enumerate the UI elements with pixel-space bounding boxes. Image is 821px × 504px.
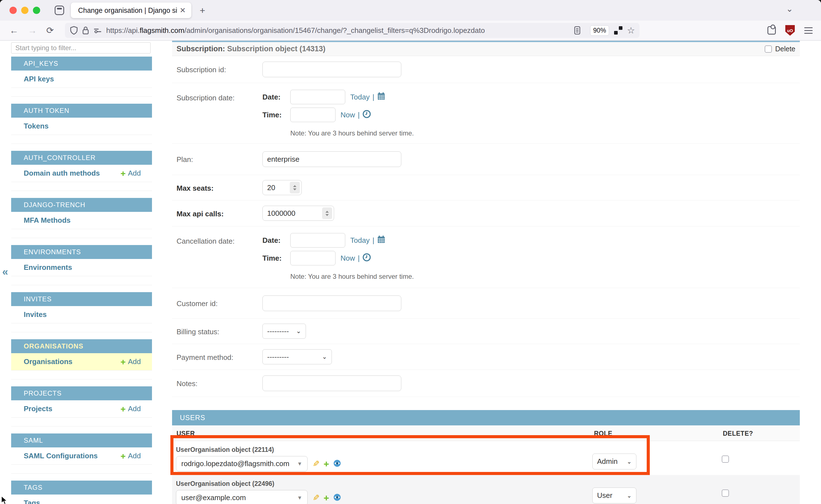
ublock-origin-icon[interactable]: uO xyxy=(785,25,795,36)
chevron-down-icon: ⌄ xyxy=(627,458,632,465)
tracking-protection-shield-icon[interactable] xyxy=(70,26,78,35)
field-row-max-seats: Max seats: 20 xyxy=(172,175,800,200)
calendar-icon[interactable] xyxy=(377,235,385,246)
delete-checkbox[interactable] xyxy=(765,45,772,53)
sidebar-item-organisations[interactable]: Organisations +Add xyxy=(11,353,152,370)
number-spinner-icon[interactable] xyxy=(322,207,332,219)
subscription-time-input[interactable] xyxy=(290,108,335,122)
picture-in-picture-icon[interactable] xyxy=(614,26,623,35)
field-row-subscription-date: Subscription date: Date: Today| Time: No… xyxy=(172,83,800,144)
sidebar-item-tokens[interactable]: Tokens xyxy=(11,118,152,135)
sidebar-item-domain-auth-methods[interactable]: Domain auth methods +Add xyxy=(11,165,152,182)
reader-mode-icon[interactable] xyxy=(574,26,581,35)
now-link[interactable]: Now xyxy=(340,111,355,119)
permissions-icon[interactable] xyxy=(93,27,102,34)
max-seats-stepper[interactable]: 20 xyxy=(262,180,302,195)
menu-hamburger-icon[interactable] xyxy=(804,27,813,34)
sidebar-caption: API_KEYS xyxy=(11,57,152,71)
subscription-id-input[interactable] xyxy=(262,62,401,77)
browser-toolbar: ← → ⟳ https://api.flagsmith.com/admin/or… xyxy=(0,21,821,41)
reload-button[interactable]: ⟳ xyxy=(46,25,54,36)
notes-input[interactable] xyxy=(262,375,401,391)
sidebar-module-organisations: ORGANISATIONS Organisations +Add xyxy=(11,339,152,379)
plan-input[interactable] xyxy=(262,151,401,167)
chevron-down-icon: ⌄ xyxy=(289,328,301,335)
role-select[interactable]: Admin ⌄ xyxy=(592,454,636,469)
sidebar-item-mfa-methods[interactable]: MFA Methods xyxy=(11,212,152,229)
number-spinner-icon[interactable] xyxy=(290,182,300,193)
toolbar-right-icons: uO xyxy=(767,25,813,36)
forward-button[interactable]: → xyxy=(28,25,37,36)
sidebar-item-api-keys[interactable]: API keys xyxy=(11,71,152,88)
tab-close-icon[interactable]: ✕ xyxy=(180,6,186,15)
sidebar-module-django-trench: DJANGO-TRENCH MFA Methods xyxy=(11,198,152,238)
zoom-window-button[interactable] xyxy=(33,7,40,14)
subscription-date-input[interactable] xyxy=(290,90,345,104)
today-link[interactable]: Today xyxy=(350,236,369,245)
sidebar-caption: AUTH_CONTROLLER xyxy=(11,151,152,165)
zoom-level-badge[interactable]: 90% xyxy=(590,25,609,36)
calendar-icon[interactable] xyxy=(377,92,385,102)
add-link[interactable]: +Add xyxy=(120,357,141,366)
role-select[interactable]: User ⌄ xyxy=(592,488,636,503)
sidebar-caption: AUTH TOKEN xyxy=(11,104,152,118)
add-plus-icon: + xyxy=(120,452,126,461)
add-plus-icon[interactable]: + xyxy=(323,459,329,469)
payment-method-select[interactable]: --------- ⌄ xyxy=(262,349,332,364)
subscription-module-header: Subscription: Subscription object (14313… xyxy=(172,41,800,56)
edit-pencil-icon[interactable]: ✎ xyxy=(312,459,319,469)
url-text[interactable]: https://api.flagsmith.com/admin/organisa… xyxy=(106,26,574,35)
back-button[interactable]: ← xyxy=(9,25,18,36)
sidebar-item-tags[interactable]: Tags xyxy=(11,495,152,504)
column-header-role: ROLE xyxy=(594,430,612,437)
user-select[interactable]: rodrigo.lopezdato@flagsmith.com ▼ xyxy=(176,456,307,471)
delete-row-checkbox[interactable] xyxy=(722,490,729,497)
active-tab[interactable]: Change organisation | Django site ad ✕ xyxy=(71,3,191,18)
delete-row-checkbox[interactable] xyxy=(722,455,729,463)
clock-icon[interactable] xyxy=(362,110,371,120)
view-eye-icon[interactable] xyxy=(333,493,341,503)
sidebar-filter-input[interactable] xyxy=(11,42,151,54)
max-api-calls-stepper[interactable]: 1000000 xyxy=(262,206,334,221)
sidebar-caption: SAML xyxy=(11,433,152,447)
tab-title: Change organisation | Django site ad xyxy=(78,6,177,14)
billing-status-select[interactable]: --------- ⌄ xyxy=(262,324,306,339)
lock-icon[interactable] xyxy=(82,26,89,35)
sidebar-caption: INVITES xyxy=(11,292,152,306)
cancellation-date-input[interactable] xyxy=(290,233,345,248)
list-tabs-chevron-icon[interactable]: ⌄ xyxy=(786,4,793,14)
bookmark-star-icon[interactable]: ☆ xyxy=(627,25,635,36)
new-tab-button[interactable]: + xyxy=(200,5,205,16)
customer-id-input[interactable] xyxy=(262,295,401,311)
field-row-customer-id: Customer id: xyxy=(172,288,800,319)
sidebar-item-environments[interactable]: Environments xyxy=(11,259,152,276)
now-link[interactable]: Now xyxy=(340,254,355,263)
add-link[interactable]: +Add xyxy=(120,452,141,461)
url-bar[interactable]: https://api.flagsmith.com/admin/organisa… xyxy=(65,23,640,38)
edit-pencil-icon[interactable]: ✎ xyxy=(312,493,319,503)
users-table-header: USER ROLE DELETE? xyxy=(172,425,800,441)
today-link[interactable]: Today xyxy=(350,93,369,101)
user-select[interactable]: user@example.com ▼ xyxy=(176,490,307,504)
clock-icon[interactable] xyxy=(362,253,371,263)
sidebar-caption: TAGS xyxy=(11,481,152,495)
url-domain: flagsmith.com xyxy=(140,26,184,35)
sidebar-item-invites[interactable]: Invites xyxy=(11,306,152,323)
minimize-window-button[interactable] xyxy=(21,7,28,14)
extensions-puzzle-icon[interactable] xyxy=(767,26,776,35)
sidebar-item-projects[interactable]: Projects +Add xyxy=(11,400,152,418)
add-link[interactable]: +Add xyxy=(120,404,141,413)
sidebar-item-saml-configurations[interactable]: SAML Configurations +Add xyxy=(11,447,152,465)
chevron-down-icon: ⌄ xyxy=(315,353,327,360)
cancellation-time-input[interactable] xyxy=(290,251,335,265)
add-link[interactable]: +Add xyxy=(120,169,141,178)
view-eye-icon[interactable] xyxy=(333,459,341,469)
timezone-note: Note: You are 3 hours behind server time… xyxy=(290,129,414,137)
firefox-view-icon[interactable] xyxy=(55,6,64,15)
collapse-sidebar-button[interactable]: « xyxy=(2,266,8,278)
tab-bar: Change organisation | Django site ad ✕ +… xyxy=(0,0,821,21)
user-row-22496: UserOrganisation object (22496) user@exa… xyxy=(172,475,800,504)
close-window-button[interactable] xyxy=(9,7,17,14)
select-arrow-icon: ▼ xyxy=(297,495,302,501)
add-plus-icon[interactable]: + xyxy=(323,493,329,503)
